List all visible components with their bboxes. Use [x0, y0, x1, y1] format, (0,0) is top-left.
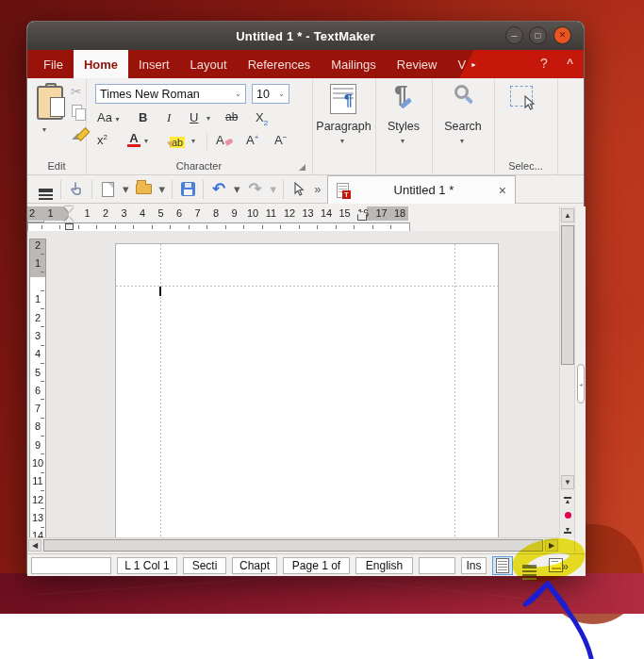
- menu-tab-file[interactable]: File: [33, 50, 74, 78]
- status-insert-mode[interactable]: Ins: [461, 557, 487, 574]
- menu-tab-v[interactable]: V►: [447, 50, 489, 78]
- ruler-tick: [206, 225, 207, 229]
- open-file-button[interactable]: [136, 180, 153, 199]
- format-painter-button[interactable]: [71, 133, 86, 148]
- change-case-button[interactable]: Aa ▾: [97, 110, 120, 124]
- copy-button[interactable]: [72, 105, 86, 121]
- search-dropdown-icon[interactable]: ▾: [460, 137, 464, 145]
- ruler-tick: [390, 225, 391, 229]
- continuous-view-button[interactable]: [519, 556, 539, 575]
- shrink-font-button[interactable]: A−: [274, 133, 287, 147]
- menu-tab-mailings[interactable]: Mailings: [321, 50, 387, 78]
- close-button[interactable]: ✕: [553, 26, 571, 44]
- font-size-combo[interactable]: 10 ⌄: [252, 84, 289, 104]
- document-tab[interactable]: T Untitled 1 * ×: [327, 175, 516, 204]
- statusbar-overflow-button[interactable]: »: [562, 559, 569, 573]
- font-name-combo[interactable]: Times New Roman ⌄: [95, 84, 246, 104]
- status-page[interactable]: Page 1 of: [283, 557, 350, 574]
- menu-tab-insert[interactable]: Insert: [128, 50, 180, 78]
- underline-button[interactable]: U: [190, 110, 198, 124]
- menu-tab-home[interactable]: Home: [74, 50, 128, 78]
- status-zoom[interactable]: [419, 557, 455, 574]
- paste-dropdown-icon[interactable]: ▾: [42, 125, 46, 134]
- new-document-dropdown-icon[interactable]: ▾: [123, 182, 129, 196]
- search-button[interactable]: Search ▾: [432, 78, 494, 157]
- sidebar-toggle-handle[interactable]: ◂: [577, 364, 585, 404]
- clear-formatting-button[interactable]: A: [216, 133, 233, 147]
- collapse-ribbon-button[interactable]: ^: [567, 57, 573, 70]
- scroll-up-button[interactable]: ▲: [561, 208, 574, 222]
- vertical-ruler[interactable]: 211234567891011121314: [29, 239, 46, 537]
- touch-mode-button[interactable]: [68, 180, 85, 199]
- scroll-down-button[interactable]: ▼: [561, 475, 574, 489]
- scroll-left-button[interactable]: ◀: [28, 539, 41, 552]
- chevron-down-icon[interactable]: ⌄: [278, 90, 285, 98]
- ruler-number: 3: [121, 206, 126, 221]
- left-indent-marker[interactable]: [64, 206, 74, 230]
- subscript-button[interactable]: X2: [256, 110, 268, 127]
- document-page[interactable]: [115, 243, 499, 537]
- vertical-scrollbar[interactable]: ▲ ▼ ▲ ▼: [559, 206, 574, 537]
- vertical-scroll-thumb[interactable]: [561, 225, 574, 365]
- italic-button[interactable]: I: [167, 110, 171, 125]
- object-mode-button[interactable]: [290, 180, 307, 199]
- grow-font-icon: +: [255, 133, 259, 141]
- menu-tab-references[interactable]: References: [238, 50, 321, 78]
- status-language[interactable]: English: [355, 557, 413, 574]
- open-file-dropdown-icon[interactable]: ▾: [159, 182, 166, 196]
- grow-font-button[interactable]: A+: [246, 133, 258, 147]
- status-section[interactable]: Secti: [183, 557, 226, 574]
- paragraph-button[interactable]: ¶ Paragraph ▾: [312, 78, 375, 157]
- ruler-number: 6: [30, 385, 45, 396]
- page-view-button[interactable]: [492, 556, 513, 575]
- next-page-button[interactable]: ▼: [561, 523, 574, 536]
- cut-button[interactable]: ✂: [71, 84, 82, 99]
- paragraph-dropdown-icon[interactable]: ▾: [340, 137, 344, 145]
- previous-page-button[interactable]: ▲: [561, 493, 574, 506]
- save-button[interactable]: [179, 180, 196, 199]
- redo-button[interactable]: ↷: [247, 180, 264, 199]
- save-icon: [181, 182, 195, 196]
- scroll-right-button[interactable]: ▶: [545, 539, 558, 552]
- chevron-down-icon[interactable]: ⌄: [235, 90, 241, 98]
- character-dialog-launcher[interactable]: [299, 164, 305, 171]
- status-line-col[interactable]: L 1 Col 1: [117, 557, 177, 574]
- menu-tab-label: Insert: [139, 58, 170, 72]
- bold-button[interactable]: B: [139, 110, 147, 124]
- status-extra[interactable]: [31, 557, 111, 574]
- font-color-dropdown-icon[interactable]: ▾: [144, 137, 148, 145]
- highlight-button[interactable]: ab: [163, 133, 185, 150]
- minimize-button[interactable]: –: [505, 26, 523, 44]
- new-document-button[interactable]: [99, 180, 116, 199]
- ruler-tick: [189, 225, 190, 229]
- tab-close-button[interactable]: ×: [499, 183, 506, 198]
- underline-dropdown-icon[interactable]: ▾: [206, 114, 210, 123]
- maximize-button[interactable]: ▢: [529, 26, 547, 44]
- horizontal-scrollbar[interactable]: ◀ ▶: [27, 537, 559, 552]
- page-view-icon: [496, 558, 509, 573]
- horizontal-scroll-thumb[interactable]: [43, 539, 543, 552]
- browse-object-button[interactable]: [561, 508, 574, 521]
- menu-tab-layout[interactable]: Layout: [180, 50, 238, 78]
- menu-overflow-arrow-icon[interactable]: ►: [469, 58, 479, 71]
- ruler-tick: [41, 326, 44, 327]
- redo-dropdown-icon[interactable]: ▾: [271, 182, 277, 196]
- superscript-button[interactable]: x2: [97, 133, 107, 147]
- document-workspace[interactable]: 211234567891011121314: [27, 231, 559, 537]
- select-objects-button[interactable]: [510, 86, 533, 107]
- hamburger-menu-button[interactable]: [37, 180, 54, 199]
- highlight-dropdown-icon[interactable]: ▾: [191, 137, 195, 145]
- toolbar-overflow-button[interactable]: »: [314, 182, 321, 196]
- title-bar[interactable]: Untitled 1 * - TextMaker: [27, 22, 584, 50]
- font-color-button[interactable]: A: [127, 131, 140, 147]
- paste-button[interactable]: ▾: [27, 78, 71, 140]
- styles-button[interactable]: ¶ Styles ▾: [375, 78, 432, 157]
- help-button[interactable]: ?: [540, 56, 548, 71]
- strikethrough-button[interactable]: ab: [225, 110, 238, 124]
- styles-dropdown-icon[interactable]: ▾: [401, 137, 405, 145]
- undo-dropdown-icon[interactable]: ▾: [234, 182, 240, 196]
- status-chapter[interactable]: Chapt: [232, 557, 277, 574]
- menu-tab-review[interactable]: Review: [387, 50, 448, 78]
- chevron-down-icon[interactable]: ▾: [116, 115, 120, 124]
- undo-button[interactable]: ↶: [210, 180, 227, 199]
